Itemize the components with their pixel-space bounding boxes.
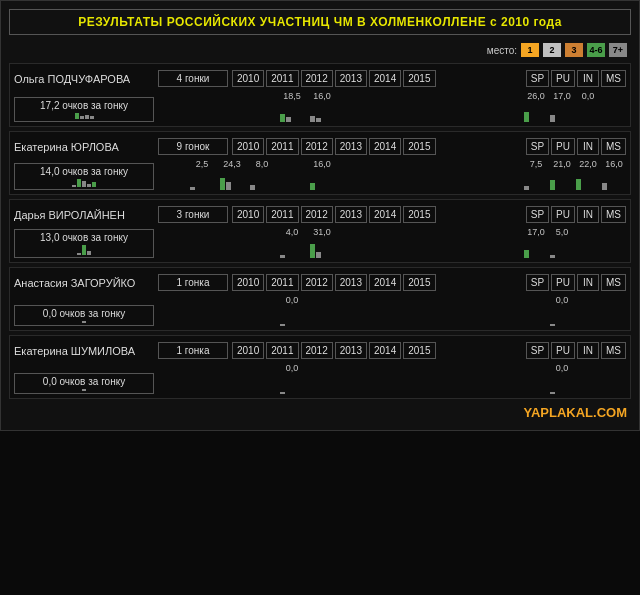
- year-box: 2012: [301, 206, 333, 223]
- year-bar-group: [188, 363, 216, 394]
- athlete-row2: 14,0 очков за гонку2,524,38,016,07,521,0…: [14, 159, 626, 190]
- year-box: 2013: [335, 138, 367, 155]
- place-badge-1: 1: [521, 43, 539, 57]
- year-box: 2014: [369, 138, 401, 155]
- year-boxes: 201020112012201320142015: [232, 138, 436, 155]
- year-bars-container: 4,031,0: [158, 227, 336, 258]
- disc-bar-group: [524, 363, 548, 394]
- disc-bar-group: [602, 295, 626, 326]
- disc-box: MS: [601, 274, 626, 291]
- disc-bar-group: 17,0: [550, 91, 574, 122]
- athlete-row2: 17,2 очков за гонку18,516,026,017,00,0: [14, 91, 626, 122]
- year-bar-group: [158, 91, 186, 122]
- year-box: 2012: [301, 70, 333, 87]
- disc-box: PU: [551, 342, 575, 359]
- disc-box: IN: [577, 206, 599, 223]
- year-box: 2010: [232, 342, 264, 359]
- place-badge-46: 4-6: [587, 43, 605, 57]
- disc-box: MS: [601, 206, 626, 223]
- disc-box: SP: [526, 206, 549, 223]
- bar-value: 0,0: [286, 295, 299, 305]
- athlete-name: Дарья ВИРОЛАЙНЕН: [14, 209, 154, 221]
- year-bar-group: 16,0: [308, 91, 336, 122]
- year-bar-group: [248, 295, 276, 326]
- year-bars-container: 0,0: [158, 363, 336, 394]
- place-badge-3: 3: [565, 43, 583, 57]
- disc-bar-group: 26,0: [524, 91, 548, 122]
- disc-bar-value: 0,0: [556, 295, 569, 305]
- disc-bars-container: 0,0: [524, 363, 626, 394]
- disc-bar-group: [602, 363, 626, 394]
- disc-bars-container: 26,017,00,0: [524, 91, 626, 122]
- year-bar-group: [248, 91, 276, 122]
- year-box: 2015: [403, 274, 435, 291]
- legend-label: место:: [487, 45, 517, 56]
- athlete-name: Анастасия ЗАГОРУЙКО: [14, 277, 154, 289]
- disc-bar-group: [602, 227, 626, 258]
- disc-bar-value: 17,0: [527, 227, 545, 237]
- page-title: РЕЗУЛЬТАТЫ РОССИЙСКИХ УЧАСТНИЦ ЧМ В ХОЛМ…: [78, 15, 562, 29]
- races-box: 1 гонка: [158, 274, 228, 291]
- year-bar-group: [308, 363, 336, 394]
- place-badge-7plus: 7+: [609, 43, 627, 57]
- disc-bar-group: 0,0: [550, 363, 574, 394]
- disc-box: SP: [526, 138, 549, 155]
- year-box: 2013: [335, 274, 367, 291]
- bar-value: 2,5: [196, 159, 209, 169]
- year-box: 2012: [301, 274, 333, 291]
- year-bar-group: 0,0: [278, 295, 306, 326]
- disc-bar-group: [576, 363, 600, 394]
- year-box: 2012: [301, 342, 333, 359]
- disc-box: PU: [551, 274, 575, 291]
- disc-bar-value: 0,0: [582, 91, 595, 101]
- year-bar-group: [188, 295, 216, 326]
- year-bars-container: 2,524,38,016,0: [158, 159, 336, 190]
- year-box: 2010: [232, 138, 264, 155]
- year-bar-group: [158, 363, 186, 394]
- year-bar-group: [218, 363, 246, 394]
- legend-row: место: 1 2 3 4-6 7+: [9, 43, 631, 57]
- year-bar-group: 0,0: [278, 363, 306, 394]
- year-box: 2013: [335, 206, 367, 223]
- year-box: 2015: [403, 138, 435, 155]
- year-bar-group: [188, 91, 216, 122]
- disc-box: PU: [551, 206, 575, 223]
- year-bar-group: 4,0: [278, 227, 306, 258]
- year-box: 2011: [266, 206, 298, 223]
- year-box: 2014: [369, 342, 401, 359]
- disc-bar-value: 0,0: [556, 363, 569, 373]
- year-box: 2011: [266, 138, 298, 155]
- athlete-block: Екатерина ШУМИЛОВА1 гонка201020112012201…: [9, 335, 631, 399]
- disc-bar-group: 0,0: [550, 295, 574, 326]
- discipline-boxes: SPPUINMS: [526, 138, 626, 155]
- avg-score-box: 13,0 очков за гонку: [14, 229, 154, 258]
- athlete-row1: Анастасия ЗАГОРУЙКО1 гонка20102011201220…: [14, 274, 626, 291]
- year-bar-group: [308, 295, 336, 326]
- year-box: 2015: [403, 70, 435, 87]
- year-box: 2013: [335, 342, 367, 359]
- disc-box: SP: [526, 274, 549, 291]
- disc-box: IN: [577, 274, 599, 291]
- year-box: 2015: [403, 206, 435, 223]
- athlete-row2: 13,0 очков за гонку4,031,017,05,0: [14, 227, 626, 258]
- disc-bar-group: 22,0: [576, 159, 600, 190]
- disc-bars-container: 7,521,022,016,0: [524, 159, 626, 190]
- discipline-boxes: SPPUINMS: [526, 274, 626, 291]
- races-box: 1 гонка: [158, 342, 228, 359]
- disc-bars-container: 0,0: [524, 295, 626, 326]
- year-bar-group: [218, 91, 246, 122]
- bar-value: 18,5: [283, 91, 301, 101]
- avg-score-box: 17,2 очков за гонку: [14, 97, 154, 122]
- disc-bar-group: 16,0: [602, 159, 626, 190]
- disc-box: SP: [526, 70, 549, 87]
- year-box: 2014: [369, 70, 401, 87]
- disc-bar-value: 26,0: [527, 91, 545, 101]
- year-bar-group: [158, 295, 186, 326]
- year-bars-container: 18,516,0: [158, 91, 336, 122]
- athlete-block: Дарья ВИРОЛАЙНЕН3 гонки20102011201220132…: [9, 199, 631, 263]
- disc-bar-group: [524, 295, 548, 326]
- disc-bar-value: 16,0: [605, 159, 623, 169]
- year-box: 2013: [335, 70, 367, 87]
- year-bar-group: [188, 227, 216, 258]
- bar-value: 0,0: [286, 363, 299, 373]
